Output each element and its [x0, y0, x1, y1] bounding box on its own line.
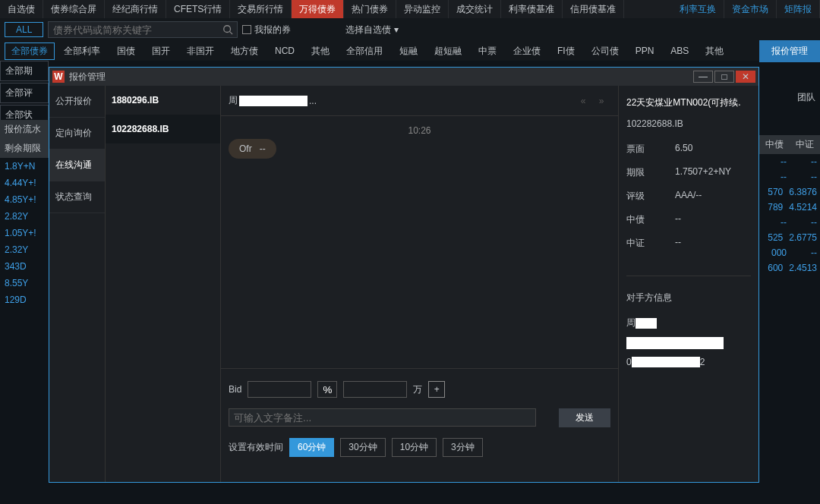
list-item-1[interactable]: 102282688.IB: [106, 115, 220, 143]
tab-8[interactable]: 成交统计: [449, 0, 501, 18]
table-row[interactable]: 4.44Y+!: [0, 175, 53, 191]
rcol-hdr-1: 中证: [790, 135, 820, 154]
close-button[interactable]: ✕: [736, 71, 755, 83]
top-tabs: 自选债 债券综合屏 经纪商行情 CFETS行情 交易所行情 万得债券 热门债券 …: [0, 0, 820, 18]
cat-7[interactable]: 全部信用: [339, 43, 390, 59]
tab-0[interactable]: 自选债: [0, 0, 43, 18]
tab-7[interactable]: 异动监控: [396, 0, 449, 18]
prev-arrow[interactable]: «: [574, 92, 592, 110]
table-row[interactable]: 1.05Y+!: [0, 225, 53, 241]
left-btn-0[interactable]: 全部期: [0, 61, 49, 81]
remark-input[interactable]: [229, 408, 536, 427]
left-btn-1[interactable]: 全部评: [0, 83, 49, 103]
table-row[interactable]: 1.8Y+N: [0, 158, 53, 175]
minimize-icon: —: [699, 71, 708, 82]
tab-9[interactable]: 利率债基准: [501, 0, 563, 18]
all-button[interactable]: ALL: [5, 22, 43, 37]
nav-inquiry[interactable]: 定向询价: [49, 118, 105, 150]
cat-10[interactable]: 中票: [471, 43, 504, 59]
my-quote-label: 我报的券: [254, 24, 291, 36]
time-60[interactable]: 60分钟: [289, 438, 334, 457]
send-button[interactable]: 发送: [559, 408, 610, 427]
tab-6[interactable]: 热门债券: [344, 0, 396, 18]
rcell: 600: [759, 260, 786, 276]
add-button[interactable]: +: [428, 381, 445, 398]
table-row[interactable]: 343D: [0, 258, 53, 275]
chat-body[interactable]: 10:26 Ofr --: [221, 116, 618, 368]
time-10[interactable]: 10分钟: [392, 438, 437, 457]
tab-3[interactable]: CFETS行情: [166, 0, 230, 18]
cat-3[interactable]: 非国开: [179, 43, 222, 59]
minimize-button[interactable]: —: [693, 71, 713, 83]
time-30[interactable]: 30分钟: [340, 438, 385, 457]
percent-input[interactable]: [317, 381, 337, 398]
rcell: 4.5214: [786, 200, 820, 215]
filter-row: ALL 我报的券 选择自选债 ▾: [0, 18, 820, 41]
cat-1[interactable]: 国债: [109, 43, 143, 59]
table-row[interactable]: 4.85Y+!: [0, 191, 53, 208]
rcell: --: [790, 169, 820, 184]
next-arrow[interactable]: »: [592, 92, 610, 110]
chat-header: 周 ... « »: [221, 86, 618, 116]
time-3[interactable]: 3分钟: [443, 438, 483, 457]
cat-6[interactable]: 其他: [304, 43, 337, 59]
cat-8[interactable]: 短融: [392, 43, 425, 59]
tab-2[interactable]: 经纪商行情: [105, 0, 166, 18]
tab-10[interactable]: 信用债基准: [563, 0, 624, 18]
bid-price-input[interactable]: [248, 381, 311, 398]
search-input[interactable]: [48, 21, 238, 38]
nav-status[interactable]: 状态查询: [49, 181, 105, 213]
modal-titlebar[interactable]: W 报价管理 — □ ✕: [49, 68, 758, 86]
cat-9[interactable]: 超短融: [427, 43, 469, 59]
maximize-icon: □: [721, 71, 727, 82]
top-right-0[interactable]: 利率互换: [672, 0, 724, 18]
wan-label: 万: [413, 383, 422, 396]
rcol-hdr-0: 中债: [759, 135, 790, 154]
cat-0[interactable]: 全部利率: [56, 43, 108, 59]
counterparty-phone: 02: [626, 357, 751, 367]
table-row[interactable]: 8.55Y: [0, 275, 53, 291]
fav-dropdown[interactable]: 选择自选债 ▾: [345, 24, 399, 36]
top-right-2[interactable]: 矩阵报: [777, 0, 820, 18]
cat-2[interactable]: 国开: [144, 43, 178, 59]
table-row[interactable]: 129D: [0, 291, 53, 308]
cat-15[interactable]: ABS: [663, 44, 696, 58]
redacted: [636, 318, 657, 329]
kv-label: 中债: [626, 213, 675, 226]
rcell: 789: [759, 200, 786, 215]
nav-public-quote[interactable]: 公开报价: [49, 86, 105, 118]
tab-1[interactable]: 债券综合屏: [43, 0, 105, 18]
nav-online-chat[interactable]: 在线沟通: [49, 150, 105, 181]
counterparty-name: 周: [626, 317, 751, 329]
cat-all[interactable]: 全部债券: [5, 43, 55, 60]
cat-5[interactable]: NCD: [267, 44, 302, 58]
cat-4[interactable]: 地方债: [223, 43, 266, 59]
bid-amount-input[interactable]: [343, 381, 407, 398]
rcell: --: [759, 169, 790, 184]
cat-14[interactable]: PPN: [628, 44, 662, 58]
maximize-button[interactable]: □: [714, 71, 734, 83]
quote-mgmt-button[interactable]: 报价管理: [759, 40, 820, 62]
svg-point-0: [224, 26, 231, 33]
counterparty-org: [626, 337, 751, 349]
chat-contact-name: 周 ...: [229, 94, 317, 107]
cat-11[interactable]: 企业债: [506, 43, 548, 59]
tab-5[interactable]: 万得债券: [292, 0, 344, 18]
cat-16[interactable]: 其他: [698, 43, 731, 59]
table-row[interactable]: 2.32Y: [0, 241, 53, 258]
table-area: 报价流水 剩余期限 1.8Y+N 4.44Y+! 4.85Y+! 2.82Y 1…: [0, 120, 53, 308]
tab-4[interactable]: 交易所行情: [230, 0, 292, 18]
valid-time-label: 设置有效时间: [229, 441, 283, 454]
top-right-1[interactable]: 资金市场: [724, 0, 777, 18]
kv-value: AAA/--: [675, 190, 702, 203]
cat-13[interactable]: 公司债: [584, 43, 626, 59]
team-label[interactable]: 团队: [797, 91, 815, 104]
rcell: --: [759, 154, 790, 169]
cat-12[interactable]: FI债: [550, 43, 582, 59]
rcell: --: [759, 215, 790, 230]
search-icon: [222, 24, 233, 35]
rcell: --: [790, 154, 820, 169]
table-row[interactable]: 2.82Y: [0, 208, 53, 225]
my-quote-checkbox[interactable]: 我报的券: [242, 24, 291, 36]
list-item-0[interactable]: 1880296.IB: [106, 86, 220, 115]
